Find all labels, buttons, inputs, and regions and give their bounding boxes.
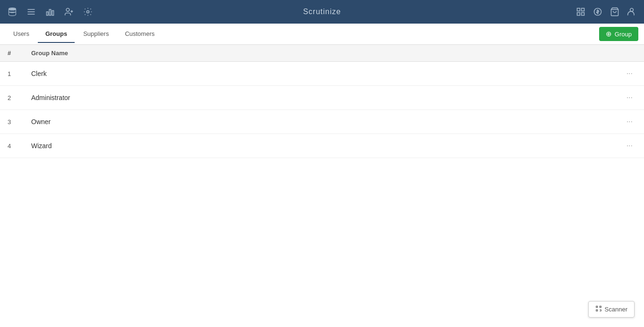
dollar-icon[interactable]: [593, 7, 602, 17]
grid-icon[interactable]: [576, 7, 585, 17]
users-manage-icon[interactable]: [64, 7, 74, 17]
table-body: 1 Clerk ··· 2 Administrator ··· 3 Owner …: [0, 62, 644, 158]
nav-right-icons: [576, 7, 636, 17]
row-num: 4: [0, 134, 24, 158]
svg-rect-7: [52, 11, 53, 16]
top-navigation: Scrutinize: [0, 0, 644, 24]
row-group-name: Owner: [24, 110, 615, 134]
table-row: 4 Wizard ···: [0, 134, 644, 158]
table-row: 3 Owner ···: [0, 110, 644, 134]
row-more-button[interactable]: ···: [623, 116, 636, 128]
row-group-name: Clerk: [24, 62, 615, 86]
row-group-name: Wizard: [24, 134, 615, 158]
cart-icon[interactable]: [610, 7, 619, 17]
svg-point-9: [87, 11, 89, 13]
tab-users[interactable]: Users: [6, 25, 37, 43]
table-row: 1 Clerk ···: [0, 62, 644, 86]
row-more-button[interactable]: ···: [623, 92, 636, 104]
settings-icon[interactable]: [83, 7, 93, 17]
svg-point-16: [630, 8, 634, 12]
col-header-group-name: Group Name: [24, 45, 615, 62]
svg-rect-5: [47, 12, 48, 16]
tab-customers[interactable]: Customers: [117, 25, 162, 43]
tab-bar: Users Groups Suppliers Customers ⊕ Group: [0, 24, 644, 45]
svg-rect-10: [577, 8, 580, 11]
tab-suppliers[interactable]: Suppliers: [76, 25, 116, 43]
nav-left-icons: [8, 7, 93, 17]
row-num: 1: [0, 62, 24, 86]
row-actions: ···: [615, 62, 644, 86]
svg-rect-12: [577, 13, 580, 16]
svg-rect-6: [49, 9, 51, 16]
table-header: # Group Name: [0, 45, 644, 62]
chart-icon[interactable]: [45, 7, 55, 17]
row-more-button[interactable]: ···: [623, 67, 636, 80]
groups-table: # Group Name 1 Clerk ··· 2 Administrator…: [0, 45, 644, 158]
add-group-button[interactable]: ⊕ Group: [599, 27, 638, 41]
svg-rect-11: [582, 8, 584, 11]
circle-plus-icon: ⊕: [606, 30, 612, 38]
list-icon[interactable]: [26, 7, 36, 17]
row-actions: ···: [615, 110, 644, 134]
row-num: 2: [0, 86, 24, 110]
row-actions: ···: [615, 86, 644, 110]
row-num: 3: [0, 110, 24, 134]
row-actions: ···: [615, 134, 644, 158]
database-icon[interactable]: [8, 7, 17, 17]
col-header-actions: [615, 45, 644, 62]
row-group-name: Administrator: [24, 86, 615, 110]
svg-rect-13: [582, 13, 584, 16]
groups-table-container: # Group Name 1 Clerk ··· 2 Administrator…: [0, 45, 644, 158]
table-row: 2 Administrator ···: [0, 86, 644, 110]
app-title: Scrutinize: [303, 8, 341, 16]
profile-icon[interactable]: [627, 7, 636, 17]
tab-bar-right: ⊕ Group: [599, 27, 638, 41]
tab-groups[interactable]: Groups: [38, 25, 75, 43]
col-header-num: #: [0, 45, 24, 62]
row-more-button[interactable]: ···: [623, 140, 636, 152]
add-group-label: Group: [615, 31, 632, 38]
svg-point-8: [66, 8, 69, 12]
